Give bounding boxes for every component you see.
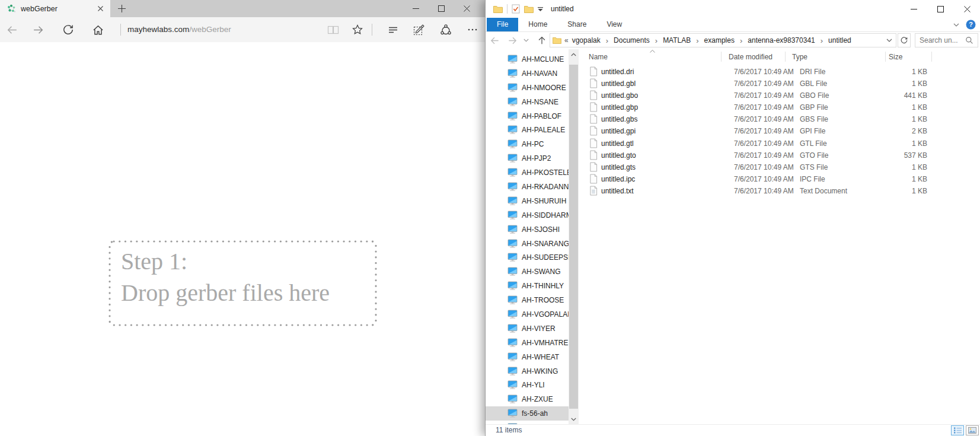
nav-tree-item[interactable]: AH-PALEALE: [486, 123, 569, 137]
browser-tab-webgerber[interactable]: webGerber: [0, 0, 110, 17]
web-note-icon[interactable]: [408, 17, 430, 42]
tab-close-icon[interactable]: [95, 4, 106, 14]
column-header-size[interactable]: Size: [889, 49, 902, 65]
nav-tree-item[interactable]: AH-SHURUIH: [486, 194, 569, 208]
new-tab-button[interactable]: [111, 0, 132, 17]
file-row[interactable]: untitled.gts 7/6/2017 10:49 AM GTS File …: [579, 161, 980, 173]
ribbon-tab-view[interactable]: View: [596, 18, 632, 31]
nav-forward-icon[interactable]: [505, 33, 520, 47]
hub-icon[interactable]: [382, 17, 404, 42]
gerber-drop-zone[interactable]: Step 1: Drop gerber files here: [108, 240, 378, 327]
column-header-date-modified[interactable]: Date modified: [729, 49, 772, 65]
explorer-maximize-button[interactable]: [927, 0, 954, 18]
nav-tree-item[interactable]: AH-RKADANNA: [486, 180, 569, 194]
nav-tree-item[interactable]: AH-SUDEEPSH: [486, 250, 569, 265]
sort-ascending-icon: [650, 50, 655, 53]
browser-close-button[interactable]: [454, 0, 480, 17]
scroll-down-icon[interactable]: [569, 414, 579, 424]
address-bar[interactable]: mayhewlabs.com/webGerber: [127, 17, 231, 42]
file-row[interactable]: untitled.gbl 7/6/2017 10:49 AM GBL File …: [579, 78, 980, 90]
nav-tree-item[interactable]: AH-PKOSTELE: [486, 166, 569, 180]
nav-tree-item[interactable]: AH-VMHATRE: [486, 336, 569, 350]
nav-tree-item[interactable]: AH-PJP2: [486, 151, 569, 166]
nav-tree-item[interactable]: AH-TROOSE: [486, 293, 569, 307]
reading-view-icon[interactable]: [323, 17, 344, 42]
nav-tree-item[interactable]: AH-WHEAT: [486, 350, 569, 364]
column-separator[interactable]: [931, 52, 932, 62]
nav-tree-item[interactable]: AH-PABLOF: [486, 109, 569, 123]
details-view-button[interactable]: [951, 425, 964, 435]
ribbon-tab-home[interactable]: Home: [518, 18, 557, 31]
new-folder-icon[interactable]: [524, 5, 534, 13]
nav-tree-item[interactable]: AH-WKING: [486, 364, 569, 378]
ribbon-tab-file[interactable]: File: [487, 18, 518, 31]
nav-tree-item[interactable]: AH-ZXUE: [486, 392, 569, 406]
explorer-close-button[interactable]: [954, 0, 980, 18]
breadcrumb-segment[interactable]: untitled›: [826, 36, 854, 44]
breadcrumb-overflow-glyph[interactable]: «: [564, 36, 569, 44]
large-icons-view-button[interactable]: [966, 425, 979, 435]
scroll-up-icon[interactable]: [569, 49, 579, 59]
forward-icon[interactable]: [27, 17, 49, 42]
nav-up-icon[interactable]: [534, 33, 550, 47]
ribbon-tab-share[interactable]: Share: [557, 18, 596, 31]
column-header-name[interactable]: Name: [589, 49, 608, 65]
nav-tree-item[interactable]: AH-YLI: [486, 378, 569, 392]
file-row[interactable]: untitled.gpi 7/6/2017 10:49 AM GPI File …: [579, 125, 980, 137]
nav-scrollbar-thumb[interactable]: [569, 65, 578, 409]
nav-tree-item[interactable]: AH-NSANE: [486, 95, 569, 109]
file-name: untitled.gbs: [601, 113, 637, 125]
nav-tree-item[interactable]: AH-VIYER: [486, 322, 569, 336]
nav-tree-item[interactable]: fs-56-ah: [486, 406, 569, 421]
properties-check-icon[interactable]: [512, 4, 520, 14]
refresh-icon[interactable]: [58, 17, 79, 42]
home-icon[interactable]: [87, 17, 108, 42]
breadcrumb-segment[interactable]: antenna-ex98370341›: [745, 36, 826, 45]
qat-customize-dropdown-icon[interactable]: [538, 7, 543, 11]
nav-tree-item[interactable]: AH-NAVAN: [486, 66, 569, 81]
file-row[interactable]: untitled.txt 7/6/2017 10:49 AM Text Docu…: [579, 185, 980, 197]
file-row[interactable]: untitled.gtl 7/6/2017 10:49 AM GTL File …: [579, 138, 980, 149]
nav-tree-item[interactable]: AH-SJOSHI: [486, 222, 569, 237]
column-header-type[interactable]: Type: [792, 49, 807, 65]
column-separator[interactable]: [885, 52, 886, 62]
nav-tree-item[interactable]: AH-VGOPALAK: [486, 307, 569, 322]
address-refresh-icon[interactable]: [898, 33, 911, 47]
file-row[interactable]: untitled.gbs 7/6/2017 10:49 AM GBS File …: [579, 113, 980, 125]
breadcrumb-segment[interactable]: vgopalak›: [570, 36, 611, 45]
file-row[interactable]: untitled.ipc 7/6/2017 10:49 AM IPC File …: [579, 173, 980, 185]
recent-locations-chevron-icon[interactable]: [520, 33, 532, 47]
search-icon[interactable]: [965, 36, 973, 44]
nav-tree-item[interactable]: AH-THINHLY: [486, 279, 569, 293]
ribbon-collapse-chevron-icon[interactable]: [953, 23, 959, 27]
back-icon[interactable]: [1, 17, 23, 42]
nav-scrollbar[interactable]: [569, 49, 579, 424]
address-dropdown-chevron-icon[interactable]: [886, 39, 892, 42]
nav-tree-item[interactable]: AH-MCLUNE: [486, 52, 569, 66]
nav-tree-item[interactable]: AH-PC: [486, 137, 569, 151]
file-row[interactable]: untitled.gto 7/6/2017 10:49 AM GTO File …: [579, 149, 980, 161]
share-icon[interactable]: [435, 17, 457, 42]
favorites-star-icon[interactable]: [347, 17, 368, 42]
file-row[interactable]: untitled.gbp 7/6/2017 10:49 AM GBP File …: [579, 101, 980, 113]
nav-tree-item[interactable]: AH-SNARANG: [486, 237, 569, 251]
browser-minimize-button[interactable]: [403, 0, 429, 17]
file-row[interactable]: untitled.dri 7/6/2017 10:49 AM DRI File …: [579, 66, 980, 78]
search-box[interactable]: Search un...: [915, 33, 978, 47]
breadcrumb-bar[interactable]: « vgopalak› Documents› MATLAB› examples›…: [550, 33, 896, 47]
breadcrumb-segment[interactable]: examples›: [702, 36, 746, 45]
nav-back-icon[interactable]: [487, 33, 502, 47]
more-options-icon[interactable]: [462, 17, 483, 42]
explorer-minimize-button[interactable]: [901, 0, 927, 18]
column-separator[interactable]: [721, 52, 722, 62]
file-row[interactable]: untitled.gbo 7/6/2017 10:49 AM GBO File …: [579, 90, 980, 101]
browser-maximize-button[interactable]: [429, 0, 454, 17]
nav-tree-item[interactable]: AH-SIDDHARM1: [486, 208, 569, 222]
folder-icon[interactable]: [493, 5, 503, 13]
help-icon[interactable]: ?: [966, 20, 976, 30]
breadcrumb-segment[interactable]: MATLAB›: [660, 36, 701, 45]
column-separator[interactable]: [785, 52, 786, 62]
nav-tree-item[interactable]: AH-SWANG: [486, 265, 569, 279]
nav-tree-item[interactable]: AH-NMOORE: [486, 81, 569, 95]
breadcrumb-segment[interactable]: Documents›: [611, 36, 660, 45]
